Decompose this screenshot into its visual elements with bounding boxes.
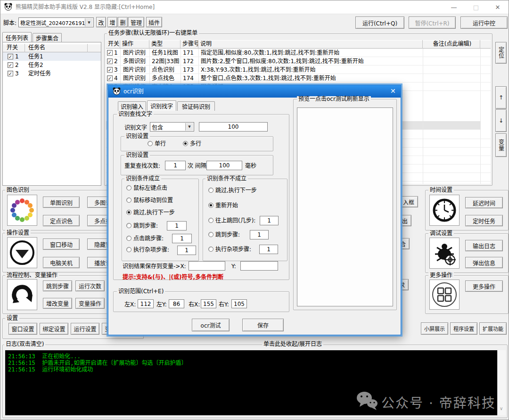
jump-step-button[interactable]: 跳到步骤 — [43, 280, 72, 291]
run-button[interactable]: 运行(Ctrl+Q) — [355, 16, 404, 29]
click-jump-step-radio[interactable] — [126, 236, 131, 241]
extension-button[interactable]: 扩展功能 — [479, 322, 507, 335]
misc-step-radio[interactable] — [126, 247, 131, 252]
jump-back-radio[interactable] — [208, 218, 213, 223]
jump-back-input[interactable]: 1 — [260, 216, 279, 225]
log-console[interactable]: 21:56:13 正在初始化... 21:56:15 护盾未开启,如需开启请在〔… — [5, 350, 497, 415]
recognize-text-input[interactable]: 100 — [199, 122, 268, 132]
more-operations-button[interactable]: 更多操作 — [465, 280, 503, 292]
click-jump-step-input[interactable]: 1 — [172, 234, 192, 243]
save-button[interactable]: 保存 — [242, 319, 284, 331]
shutdown-button[interactable]: 电脑关机 — [43, 257, 80, 268]
steps-col-switch[interactable]: 开关 — [106, 40, 120, 49]
task-row-checkbox[interactable]: ✓ — [8, 71, 13, 76]
mouse-move-radio[interactable] — [126, 198, 131, 203]
script-combobox-arrow-icon[interactable]: ▼ — [85, 18, 93, 26]
steps-col-desc[interactable]: 说明 — [198, 40, 423, 49]
step-row-checkbox[interactable]: ✓ — [107, 67, 113, 73]
maximize-button[interactable]: □ — [469, 2, 483, 12]
delay-time-button[interactable]: 延迟时间 — [465, 197, 503, 208]
timed-task-button[interactable]: 定时任务 — [465, 215, 503, 226]
task-col-name[interactable]: 任务名 — [25, 44, 88, 52]
tab-step-collection[interactable]: 步骤集合 — [33, 33, 62, 42]
scrollbar-down-icon[interactable]: ∨ — [500, 406, 503, 411]
steps-col-op[interactable]: 操作 — [120, 40, 149, 49]
log-scrollbar[interactable]: ∨ — [497, 350, 506, 415]
move-step-down-button[interactable]: ↓ — [495, 109, 507, 132]
ocr-test-button[interactable]: ocr测试 — [192, 319, 230, 331]
task-row[interactable]: ✓ 2 任务2 — [3, 61, 101, 69]
locate-button[interactable]: 定位 — [495, 42, 507, 64]
tab-captcha-recognition[interactable]: 验证码识别 — [177, 101, 215, 111]
ocr-dialog-close-icon[interactable]: ✕ — [390, 88, 396, 94]
right-y-input[interactable]: 105 — [231, 299, 247, 308]
left-x-input[interactable]: 112 — [138, 299, 154, 308]
program-settings-button[interactable]: 程序设置 — [450, 322, 477, 335]
steps-col-step[interactable]: 步骤号 — [181, 40, 198, 49]
jump-to-step-input[interactable]: 1 — [167, 221, 187, 231]
fail-misc-step-radio[interactable] — [208, 247, 213, 252]
window-settings-button[interactable]: 窗口设置 — [8, 323, 37, 335]
restart-radio[interactable] — [208, 203, 213, 208]
fail-skip-next-radio[interactable] — [208, 188, 213, 193]
step-row-checkbox[interactable]: ✓ — [107, 75, 113, 81]
log-group-title[interactable]: 日志(双击清空) — [4, 341, 45, 347]
save-variable-x-input[interactable] — [189, 261, 225, 271]
plugin-button[interactable]: 插件 — [146, 17, 162, 27]
misc-step-input[interactable]: 1 — [177, 246, 196, 255]
central-control-button[interactable]: 运行中控 — [460, 16, 508, 29]
tab-recognition-input[interactable]: 识别输入 — [118, 101, 146, 111]
left-y-input[interactable]: 86 — [169, 299, 184, 308]
skip-next-radio[interactable] — [126, 210, 131, 215]
script-combobox[interactable]: 稳定性测试_2024072619191 ▼ — [18, 17, 94, 27]
change-variable-button[interactable]: 增改变量 — [43, 298, 72, 309]
save-variable-y-input[interactable] — [240, 261, 278, 271]
step-row-checkbox[interactable]: ✓ — [107, 58, 113, 64]
minimize-button[interactable]: — — [447, 2, 460, 12]
jump-to-step-radio[interactable] — [126, 223, 131, 228]
single-image-recognition-button[interactable]: 单图识别 — [43, 197, 80, 208]
script-delete-button[interactable]: 删 — [118, 17, 128, 27]
task-row[interactable]: ✓ 3 定时任务 — [3, 69, 101, 78]
step-row[interactable]: ✓ 3 图片识别 点色识别 173 X:38,Y:93,次数:1,找到:跳过,找… — [106, 66, 491, 74]
mouse-left-click-radio[interactable] — [126, 185, 131, 190]
run-count-button[interactable]: 运行次数 — [75, 280, 105, 291]
interval-input[interactable]: 100 — [206, 161, 242, 170]
single-line-radio[interactable] — [148, 141, 153, 146]
task-row-checkbox[interactable]: ✓ — [8, 54, 13, 59]
steps-col-note[interactable]: 备注(点此编辑) — [423, 40, 480, 49]
step-row[interactable]: ✓ 4 图片识别 多点找色 174 整个窗口,点色数:3,次数:1,找到:跳过,… — [106, 74, 491, 82]
step-row-checkbox[interactable]: ✓ — [107, 50, 113, 56]
task-row-checkbox[interactable]: ✓ — [8, 62, 13, 68]
move-step-up-button[interactable]: ↑ — [495, 86, 507, 109]
step-row[interactable]: ✓ 1 图片识别 任务1找图 171 指定范围,相似度:80,次数:1,找到:跳… — [106, 49, 491, 57]
task-col-switch[interactable]: 开关 — [3, 44, 25, 52]
pause-button[interactable]: 暂停(Ctrl+R) — [409, 16, 456, 29]
log-collapse-toggle[interactable]: 单击此处收起/展开日志 — [262, 341, 323, 347]
fail-misc-step-input[interactable]: 1 — [259, 245, 278, 254]
match-mode-arrow-icon[interactable]: ▼ — [185, 123, 193, 131]
popup-message-button[interactable]: 弹出信息 — [465, 257, 503, 268]
script-modify-button[interactable]: 改 — [96, 17, 106, 27]
multi-line-radio[interactable] — [183, 141, 188, 146]
binding-settings-button[interactable]: 绑定设置 — [40, 323, 68, 335]
steps-col-type[interactable]: 类型 — [149, 40, 181, 49]
run-settings-button[interactable]: 运行设置 — [71, 323, 99, 335]
fail-jump-to-step-input[interactable]: 1 — [250, 230, 269, 239]
window-move-button[interactable]: 窗口移动 — [43, 239, 80, 250]
right-x-input[interactable]: 155 — [201, 299, 216, 308]
output-log-button[interactable]: 输出日志 — [465, 240, 503, 251]
step-row[interactable]: ✓ 2 多图识别 22图|33图 172 图片数:2,整个窗口,相似度:80,次… — [106, 57, 491, 66]
fail-jump-to-step-radio[interactable] — [208, 232, 213, 237]
task-row[interactable]: ✓ 1 任务1 — [3, 52, 101, 61]
tab-recognition-find[interactable]: 识别找字 — [147, 100, 176, 111]
script-add-button[interactable]: 增 — [107, 17, 117, 27]
repeat-count-input[interactable]: 1 — [165, 161, 186, 170]
match-mode-combobox[interactable]: 包含 ▼ — [150, 122, 194, 132]
variable-side-button[interactable]: 变量 — [495, 133, 507, 157]
fixed-point-color-button[interactable]: 定点识色 — [43, 215, 80, 226]
small-screen-button[interactable]: 小屏展示 — [421, 322, 448, 335]
close-button[interactable]: ✕ — [491, 2, 504, 12]
script-manage-button[interactable]: 管理 — [128, 17, 144, 27]
tab-task-list[interactable]: 任务列表 — [2, 32, 32, 42]
